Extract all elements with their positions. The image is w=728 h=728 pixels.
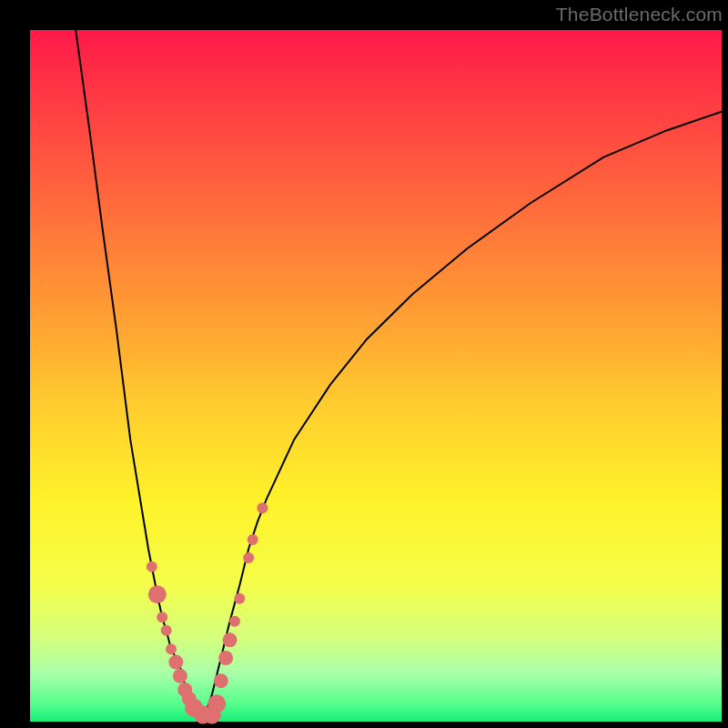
marker-dot (207, 694, 226, 713)
marker-dot (257, 502, 268, 513)
marker-dot (161, 625, 172, 636)
marker-dot (157, 612, 167, 622)
marker-group (147, 502, 268, 723)
marker-dot (214, 673, 228, 688)
marker-dot (218, 651, 233, 665)
watermark-text: TheBottleneck.com (556, 4, 723, 25)
plot-area (30, 30, 722, 722)
curve-left-branch (76, 30, 203, 722)
marker-dot (147, 561, 157, 572)
marker-dot (243, 552, 254, 563)
marker-dot (223, 632, 238, 647)
chart-frame: TheBottleneck.com (0, 0, 728, 728)
marker-dot (168, 655, 183, 670)
marker-dot (229, 616, 240, 627)
marker-dot (173, 669, 187, 683)
curve-svg (30, 30, 722, 722)
marker-dot (248, 534, 258, 545)
marker-dot (166, 643, 177, 654)
marker-dot (148, 585, 167, 603)
curve-right-branch (203, 112, 722, 722)
marker-dot (234, 593, 245, 604)
